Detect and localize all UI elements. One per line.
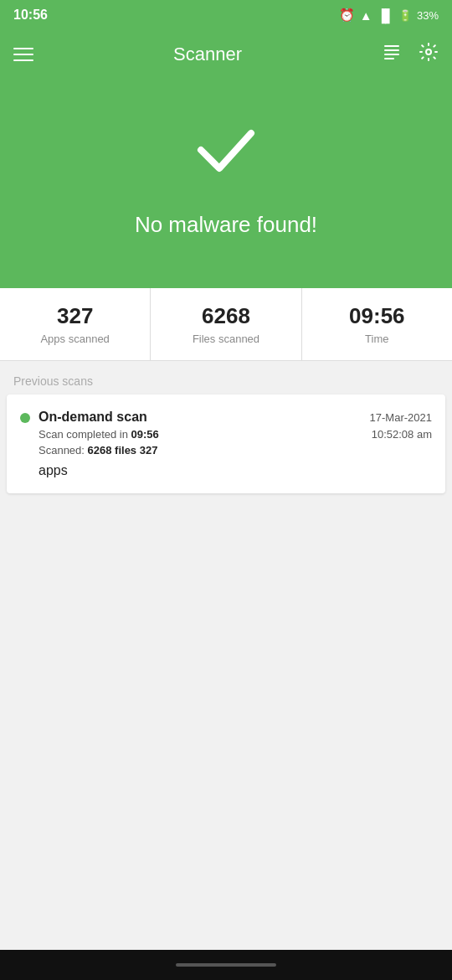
scan-card-title: On-demand scan	[39, 410, 159, 425]
status-time: 10:56	[13, 8, 48, 23]
report-icon[interactable]	[382, 42, 402, 67]
hero-section: No malware found!	[0, 79, 452, 288]
time-label: Time	[365, 333, 388, 345]
stat-files-scanned: 6268 Files scanned	[151, 288, 301, 360]
app-bar: Scanner	[0, 30, 452, 79]
scan-date-line1: 17-Mar-2021	[370, 410, 432, 426]
hamburger-line-2	[13, 54, 33, 55]
checkmark-icon	[188, 112, 264, 199]
wifi-icon: ▲	[360, 8, 372, 23]
home-indicator	[176, 963, 276, 967]
stat-apps-scanned: 327 Apps scanned	[0, 288, 151, 360]
scan-card-left: On-demand scan Scan completed in 09:56 S…	[20, 410, 159, 456]
hamburger-line-1	[13, 48, 33, 49]
time-value: 09:56	[349, 303, 405, 329]
battery-icon: 🔋	[398, 9, 412, 22]
apps-scanned-label: Apps scanned	[40, 333, 109, 345]
files-scanned-label: Files scanned	[193, 333, 259, 345]
top-bar-action-icons	[382, 42, 439, 67]
scan-date-line2: 10:52:08 am	[370, 426, 432, 443]
scan-completed-prefix: Scan completed in	[39, 428, 131, 441]
scan-card-date: 17-Mar-2021 10:52:08 am	[370, 410, 432, 442]
svg-point-4	[426, 49, 431, 54]
scan-card: On-demand scan Scan completed in 09:56 S…	[7, 395, 445, 493]
previous-scans-text: Previous scans	[13, 374, 93, 388]
stat-time: 09:56 Time	[302, 288, 452, 360]
previous-scans-section-label: Previous scans	[0, 361, 452, 395]
stats-row: 327 Apps scanned 6268 Files scanned 09:5…	[0, 288, 452, 361]
scan-status-dot	[20, 413, 30, 423]
signal-icon: ▐▌	[378, 8, 393, 23]
svg-rect-3	[384, 58, 394, 59]
scan-card-apps: apps	[20, 463, 432, 478]
status-icons: ⏰ ▲ ▐▌ 🔋 33%	[339, 8, 439, 23]
scanned-prefix: Scanned:	[39, 444, 88, 456]
status-bar: 10:56 ⏰ ▲ ▐▌ 🔋 33%	[0, 0, 452, 30]
hamburger-menu-button[interactable]	[13, 48, 33, 61]
battery-percent: 33%	[417, 9, 439, 22]
svg-rect-1	[384, 49, 399, 51]
svg-rect-2	[384, 54, 399, 55]
svg-rect-0	[384, 45, 399, 47]
scan-completed-time: 09:56	[131, 428, 159, 441]
app-title: Scanner	[173, 44, 242, 65]
apps-scanned-value: 327	[57, 303, 93, 329]
scanned-value: 6268 files 327	[88, 444, 158, 456]
scan-card-scanned-detail: Scanned: 6268 files 327	[39, 444, 159, 456]
scan-card-info: On-demand scan Scan completed in 09:56 S…	[39, 410, 159, 456]
scan-card-header: On-demand scan Scan completed in 09:56 S…	[20, 410, 432, 456]
bottom-navigation-bar	[0, 950, 452, 980]
alarm-icon: ⏰	[339, 8, 355, 23]
files-scanned-value: 6268	[202, 303, 250, 329]
hero-message: No malware found!	[135, 212, 317, 238]
settings-icon[interactable]	[419, 42, 439, 67]
hamburger-line-3	[13, 59, 33, 61]
scan-card-completion-detail: Scan completed in 09:56	[39, 428, 159, 441]
